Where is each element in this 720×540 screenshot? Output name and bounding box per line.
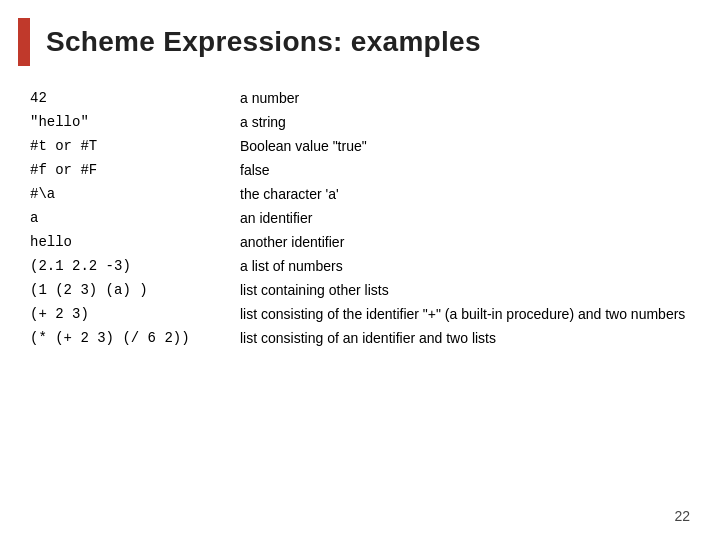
desc-cell: a string: [240, 114, 690, 130]
desc-cell: list consisting of an identifier and two…: [240, 330, 690, 346]
title-bar: Scheme Expressions: examples: [0, 0, 720, 78]
code-cell: #t or #T: [30, 138, 240, 154]
code-cell: #f or #F: [30, 162, 240, 178]
code-cell: #\a: [30, 186, 240, 202]
table-row: #f or #Ffalse: [30, 160, 690, 184]
code-cell: a: [30, 210, 240, 226]
content-area: 42a number"hello"a string#t or #T Boolea…: [0, 78, 720, 362]
table-row: (+ 2 3)list consisting of the identifier…: [30, 304, 690, 328]
table-row: helloanother identifier: [30, 232, 690, 256]
table-row: a an identifier: [30, 208, 690, 232]
title-accent: [18, 18, 30, 66]
page-number: 22: [674, 508, 690, 524]
code-cell: (* (+ 2 3) (/ 6 2)): [30, 330, 240, 346]
code-cell: (2.1 2.2 -3): [30, 258, 240, 274]
table-row: (1 (2 3) (a) )list containing other list…: [30, 280, 690, 304]
table-row: (* (+ 2 3) (/ 6 2))list consisting of an…: [30, 328, 690, 352]
desc-cell: a list of numbers: [240, 258, 690, 274]
code-cell: (1 (2 3) (a) ): [30, 282, 240, 298]
table-row: 42a number: [30, 88, 690, 112]
table-row: "hello"a string: [30, 112, 690, 136]
desc-cell: list containing other lists: [240, 282, 690, 298]
table-row: #\athe character 'a': [30, 184, 690, 208]
table-row: #t or #T Boolean value "true": [30, 136, 690, 160]
desc-cell: another identifier: [240, 234, 690, 250]
code-cell: (+ 2 3): [30, 306, 240, 322]
desc-cell: false: [240, 162, 690, 178]
table-row: (2.1 2.2 -3)a list of numbers: [30, 256, 690, 280]
code-cell: 42: [30, 90, 240, 106]
desc-cell: list consisting of the identifier "+" (a…: [240, 306, 690, 322]
slide-title: Scheme Expressions: examples: [46, 26, 481, 58]
desc-cell: the character 'a': [240, 186, 690, 202]
desc-cell: Boolean value "true": [240, 138, 690, 154]
examples-table: 42a number"hello"a string#t or #T Boolea…: [30, 88, 690, 352]
desc-cell: an identifier: [240, 210, 690, 226]
slide: Scheme Expressions: examples 42a number"…: [0, 0, 720, 540]
code-cell: hello: [30, 234, 240, 250]
code-cell: "hello": [30, 114, 240, 130]
desc-cell: a number: [240, 90, 690, 106]
